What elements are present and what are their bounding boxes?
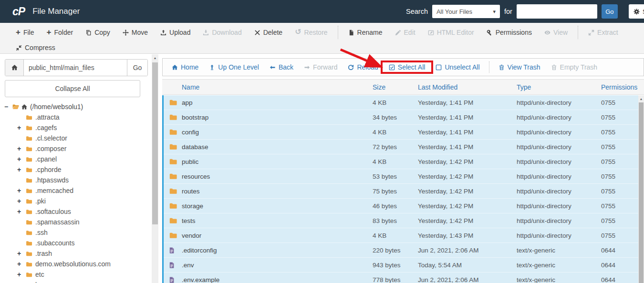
tb-edit-button[interactable]: Edit <box>389 29 422 36</box>
expand-toggle[interactable]: + <box>17 197 25 205</box>
tree-item-logs[interactable]: +logs <box>0 280 152 283</box>
tree-item-composer[interactable]: +.composer <box>0 143 152 154</box>
table-row-tests[interactable]: tests83 bytesYesterday, 1:42 PMhttpd/uni… <box>164 213 638 228</box>
fb-forward-button[interactable]: Forward <box>299 63 343 71</box>
fb-unselect-all-button[interactable]: Unselect All <box>430 63 485 71</box>
table-row-database[interactable]: database72 bytesYesterday, 1:41 PMhttpd/… <box>164 140 638 154</box>
tb-html-editor-button[interactable]: HTML Editor <box>422 29 480 36</box>
search-go-button[interactable]: Go <box>602 4 618 19</box>
tree-item-softaculous[interactable]: +.softaculous <box>0 206 152 217</box>
tree-item-cphorde[interactable]: +.cphorde <box>0 164 152 175</box>
expand-toggle[interactable]: + <box>17 187 25 194</box>
sidebar-scrollbar-thumb[interactable] <box>152 62 158 224</box>
cell-permissions: 0644 <box>601 247 638 254</box>
expand-toggle[interactable]: + <box>17 208 25 215</box>
row-icon-cell <box>164 217 182 224</box>
tb-label: File <box>23 29 34 36</box>
tree-item-attracta[interactable]: .attracta <box>0 112 152 122</box>
tree-item-spamassassin[interactable]: .spamassassin <box>0 217 152 227</box>
scroll-up-icon[interactable]: ▲ <box>152 54 158 60</box>
tree-item-cpanel[interactable]: +.cpanel <box>0 154 152 164</box>
tb-move-button[interactable]: Move <box>116 29 154 36</box>
path-go-button[interactable]: Go <box>127 60 147 76</box>
settings-button[interactable]: Settings <box>629 4 644 19</box>
tb-rename-button[interactable]: Rename <box>342 29 389 36</box>
tree-item-pki[interactable]: +.pki <box>0 196 152 206</box>
expand-toggle[interactable]: + <box>17 271 25 278</box>
tb-compress-button[interactable]: Compress <box>10 44 62 51</box>
tb-upload-button[interactable]: Upload <box>154 29 197 36</box>
tree-item-cagefs[interactable]: +.cagefs <box>0 122 152 133</box>
path-input[interactable] <box>24 60 127 76</box>
tree-item-subaccounts[interactable]: .subaccounts <box>0 238 152 248</box>
table-row-editorconfig[interactable]: .editorconfig220 bytesJun 2, 2021, 2:06 … <box>164 243 638 258</box>
fb-home-button[interactable]: Home <box>166 63 204 71</box>
tb-copy-button[interactable]: Copy <box>79 29 116 36</box>
search-scope-select[interactable]: All Your Files ▾ <box>432 5 500 18</box>
tree-item-cl-selector[interactable]: .cl.selector <box>0 133 152 143</box>
fb-up-one-level-button[interactable]: Up One Level <box>204 63 264 71</box>
search-bar: Search All Your Files ▾ for Go Settings <box>406 0 644 23</box>
tree-item-trash[interactable]: +.trash <box>0 248 152 259</box>
cell-modified: Yesterday, 1:42 PM <box>418 158 517 165</box>
collapse-all-button[interactable]: Collapse All <box>5 80 140 97</box>
tree-item-memcached[interactable]: +.memcached <box>0 185 152 196</box>
tb-permissions-button[interactable]: Permissions <box>480 29 538 36</box>
tb-label: Compress <box>25 44 55 51</box>
tb-file-button[interactable]: +File <box>10 29 41 36</box>
folder-icon <box>25 251 32 257</box>
expand-toggle[interactable]: + <box>17 250 25 257</box>
cell-permissions: 0755 <box>601 99 638 106</box>
column-header-last-modified[interactable]: Last Modified <box>418 83 517 91</box>
expand-toggle[interactable]: + <box>17 145 25 152</box>
tree-root-home[interactable]: − (/home/websolu1) <box>0 101 152 112</box>
column-header-type[interactable]: Type <box>517 83 601 91</box>
table-scrollbar-thumb[interactable] <box>639 102 644 283</box>
table-row-resources[interactable]: resources53 bytesYesterday, 1:42 PMhttpd… <box>164 169 638 184</box>
search-input[interactable] <box>517 4 597 19</box>
table-row-env-example[interactable]: .env.example778 bytesJun 2, 2021, 2:06 A… <box>164 273 638 283</box>
fb-view-trash-button[interactable]: View Trash <box>493 63 546 71</box>
table-scrollbar[interactable]: ▲ <box>638 95 644 283</box>
table-row-vendor[interactable]: vendor4 KBYesterday, 1:43 PMhttpd/unix-d… <box>164 228 638 243</box>
tb-download-button[interactable]: Download <box>197 29 248 36</box>
tb-restore-button[interactable]: ↺Restore <box>289 29 333 36</box>
fb-empty-trash-button[interactable]: Empty Trash <box>546 63 603 71</box>
upload-icon <box>160 30 166 36</box>
scroll-up-icon[interactable]: ▲ <box>638 95 644 101</box>
tb-extract-button[interactable]: Extract <box>582 29 624 36</box>
table-row-public[interactable]: public4 KBYesterday, 1:42 PMhttpd/unix-d… <box>164 154 638 169</box>
cell-modified: Yesterday, 1:41 PM <box>418 129 517 136</box>
tb-view-button[interactable]: View <box>538 29 574 36</box>
expand-toggle[interactable]: + <box>17 155 25 163</box>
table-row-env[interactable]: .env943 bytesToday, 5:54 AMtext/x-generi… <box>164 258 638 273</box>
tree-item-label: .cpanel <box>35 155 57 163</box>
tb-delete-button[interactable]: Delete <box>248 29 289 36</box>
fb-select-all-button[interactable]: Select All <box>384 63 431 71</box>
tree-item-demo-websolutionus-com[interactable]: +demo.websolutionus.com <box>0 259 152 269</box>
table-row-config[interactable]: config4 KBYesterday, 1:41 PMhttpd/unix-d… <box>164 125 638 140</box>
tb-folder-button[interactable]: +Folder <box>41 29 80 36</box>
collapse-toggle[interactable]: − <box>4 103 11 111</box>
table-row-bootstrap[interactable]: bootstrap34 bytesYesterday, 1:41 PMhttpd… <box>164 110 638 125</box>
expand-toggle[interactable]: + <box>17 124 25 131</box>
fb-back-button[interactable]: Back <box>264 63 299 71</box>
column-header-size[interactable]: Size <box>373 83 418 91</box>
column-header-permissions[interactable]: Permissions <box>601 83 644 91</box>
sidebar-scrollbar[interactable]: ▲ <box>152 54 158 283</box>
table-row-app[interactable]: app4 KBYesterday, 1:41 PMhttpd/unix-dire… <box>164 95 638 110</box>
tree-item-htpasswds[interactable]: .htpasswds <box>0 175 152 185</box>
column-header-name[interactable]: Name <box>182 83 373 91</box>
table-row-storage[interactable]: storage46 bytesYesterday, 1:42 PMhttpd/u… <box>164 199 638 213</box>
table-row-routes[interactable]: routes75 bytesYesterday, 1:42 PMhttpd/un… <box>164 184 638 199</box>
tree-item-ssh[interactable]: .ssh <box>0 227 152 238</box>
expand-toggle[interactable]: + <box>17 166 25 173</box>
toolbar-divider <box>578 26 578 39</box>
folder-icon <box>168 232 177 239</box>
tree-item-etc[interactable]: +etc <box>0 269 152 280</box>
expand-toggle[interactable]: + <box>17 281 25 283</box>
fb-reload-button[interactable]: Reload <box>343 63 383 71</box>
home-path-button[interactable] <box>5 60 24 76</box>
tree-item-label: .memcached <box>35 187 73 194</box>
expand-toggle[interactable]: + <box>17 260 25 268</box>
